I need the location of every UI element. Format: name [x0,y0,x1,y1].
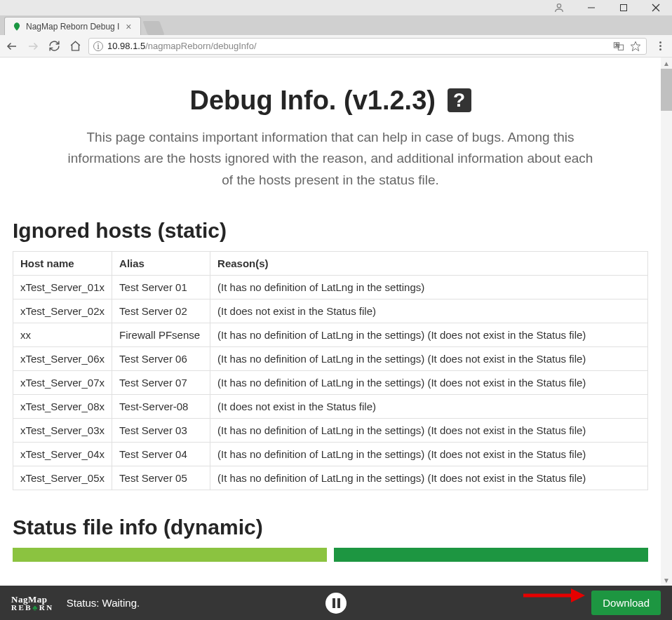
browser-tab[interactable]: NagMap Reborn Debug I × [4,17,141,35]
cell-alias: Test-Server-08 [112,395,210,419]
browser-menu-button[interactable] [652,41,668,50]
reload-button[interactable] [46,39,62,54]
scrollbar-thumb[interactable] [661,69,672,111]
svg-text:文: 文 [615,43,619,47]
cell-alias: Test Server 05 [112,466,210,490]
section-status-file-title: Status file info (dynamic) [13,515,661,539]
new-tab-button[interactable] [143,21,165,35]
cell-alias: Test Server 06 [112,347,210,371]
address-bar[interactable]: i 10.98.1.5/nagmapReborn/debugInfo/ 文 [88,38,647,55]
th-alias: Alias [112,252,210,276]
url-text: 10.98.1.5/nagmapReborn/debugInfo/ [107,41,608,51]
cell-alias: Test Server 04 [112,443,210,466]
pause-button[interactable] [325,593,347,614]
close-tab-icon[interactable]: × [123,21,133,32]
svg-rect-2 [621,5,627,11]
cell-alias: Test Server 03 [112,419,210,443]
logo-bottom: REB♣RN [11,604,54,612]
table-row: xTest_Server_06xTest Server 06(It has no… [13,347,648,371]
section-ignored-hosts-title: Ignored hosts (static) [13,219,661,243]
forward-button[interactable] [25,39,41,54]
download-button[interactable]: Download [591,591,661,615]
cell-host: xTest_Server_04x [13,443,112,466]
th-reason: Reason(s) [210,252,648,276]
cell-host: xx [13,323,112,347]
title-prefix: Debug Info. [189,86,344,115]
bookmark-star-icon[interactable] [629,40,642,53]
cell-reason: (It has no definition of LatLng in the s… [210,276,648,299]
cell-host: xTest_Server_05x [13,466,112,490]
page-description: This page contains important information… [50,127,611,191]
scroll-up-button[interactable]: ▲ [661,58,672,69]
cell-alias: Firewall PFsense [112,323,210,347]
table-row: xTest_Server_08xTest-Server-08(It does n… [13,395,648,419]
cell-reason: (It has no definition of LatLng in the s… [210,347,648,371]
translate-icon[interactable]: 文 [612,40,625,53]
cell-reason: (It has no definition of LatLng in the s… [210,466,648,490]
back-button[interactable] [4,39,20,54]
th-host: Host name [13,252,112,276]
svg-marker-10 [631,41,640,50]
cell-alias: Test Server 01 [112,276,210,299]
footer-bar: NagMap REB♣RN Status: Waiting. Download [0,586,672,620]
cell-alias: Test Server 02 [112,299,210,323]
close-window-button[interactable] [640,0,672,15]
cell-host: xTest_Server_08x [13,395,112,419]
page-content: Debug Info. (v1.2.3) ? This page contain… [0,58,661,586]
cell-reason: (It has no definition of LatLng in the s… [210,371,648,395]
svg-point-0 [557,4,560,8]
cell-alias: Test Server 07 [112,371,210,395]
browser-toolbar: i 10.98.1.5/nagmapReborn/debugInfo/ 文 [0,35,672,58]
browser-tab-bar: NagMap Reborn Debug I × [0,15,672,35]
cell-host: xTest_Server_02x [13,299,112,323]
panel-right[interactable] [334,548,648,562]
site-info-icon[interactable]: i [93,41,103,51]
home-button[interactable] [67,39,83,54]
cell-reason: (It does not exist in the Status file) [210,395,648,419]
maximize-button[interactable] [607,0,640,15]
vertical-scrollbar[interactable]: ▲ ▼ [661,58,672,586]
page-title: Debug Info. (v1.2.3) ? [0,86,661,116]
table-row: xTest_Server_01xTest Server 01(It has no… [13,276,648,299]
minimize-button[interactable] [575,0,607,15]
cell-reason: (It has no definition of LatLng in the s… [210,443,648,466]
cell-host: xTest_Server_03x [13,419,112,443]
viewport: Debug Info. (v1.2.3) ? This page contain… [0,58,672,620]
window-titlebar [0,0,672,15]
logo: NagMap REB♣RN [11,595,54,612]
table-row: xTest_Server_04xTest Server 04(It has no… [13,443,648,466]
table-row: xTest_Server_05xTest Server 05(It has no… [13,466,648,490]
status-panels [0,548,661,562]
cell-host: xTest_Server_06x [13,347,112,371]
cell-reason: (It has no definition of LatLng in the s… [210,419,648,443]
scroll-down-button[interactable]: ▼ [661,574,672,586]
help-icon[interactable]: ? [448,88,471,112]
table-header-row: Host name Alias Reason(s) [13,252,648,276]
user-icon[interactable] [543,0,575,15]
cell-host: xTest_Server_07x [13,371,112,395]
tab-title: NagMap Reborn Debug I [26,22,119,32]
table-row: xTest_Server_02xTest Server 02(It does n… [13,299,648,323]
table-row: xTest_Server_03xTest Server 03(It has no… [13,419,648,443]
table-row: xTest_Server_07xTest Server 07(It has no… [13,371,648,395]
title-version: (v1.2.3) [344,86,436,115]
status-text: Status: Waiting. [67,597,140,609]
ignored-hosts-table: Host name Alias Reason(s) xTest_Server_0… [13,251,648,490]
cell-reason: (It does not exist in the Status file) [210,299,648,323]
favicon-icon [12,22,22,32]
panel-left[interactable] [13,548,327,562]
cell-host: xTest_Server_01x [13,276,112,299]
cell-reason: (It has no definition of LatLng in the s… [210,323,648,347]
table-row: xxFirewall PFsense(It has no definition … [13,323,648,347]
